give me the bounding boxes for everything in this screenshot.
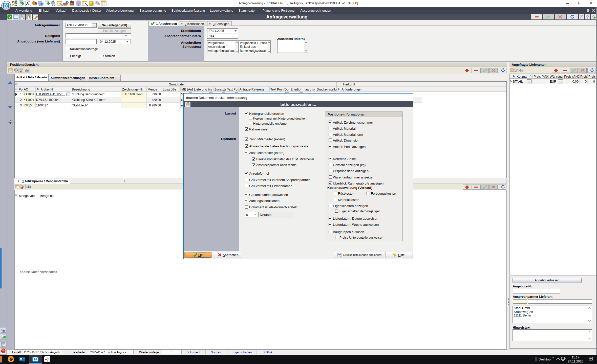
svg-text:?: ? [4,330,5,332]
svg-text:Z: Z [10,122,12,124]
svg-text:?: ? [67,1,68,4]
svg-text:?: ? [41,3,43,6]
svg-text:A: A [10,119,12,122]
svg-text:x: x [28,3,29,5]
